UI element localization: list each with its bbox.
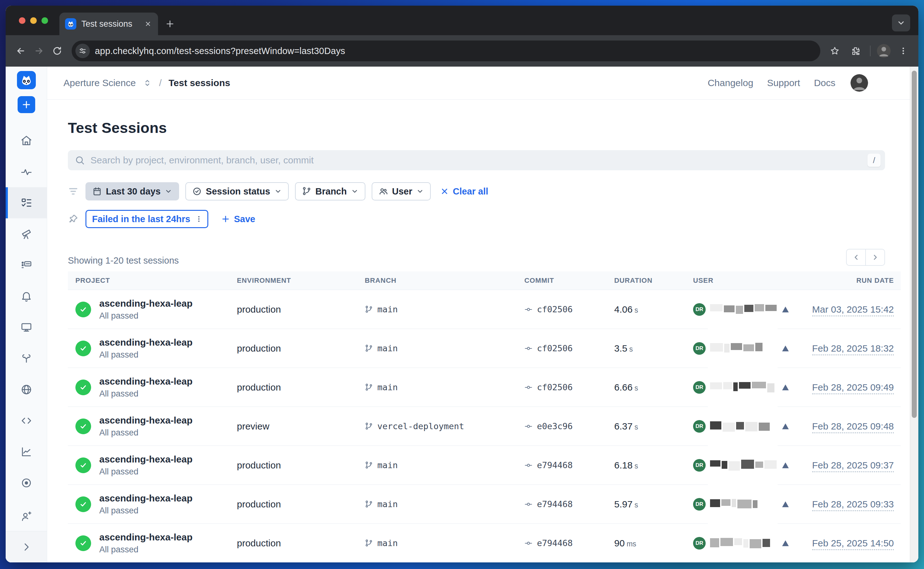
- run-date-link[interactable]: Feb 28, 2025 09:48: [812, 421, 894, 433]
- pin-icon[interactable]: [68, 214, 79, 224]
- filter-lines-icon: [68, 186, 79, 197]
- browser-tab[interactable]: Test sessions: [59, 12, 158, 35]
- forward-button[interactable]: [31, 43, 47, 59]
- project-name: ascending-hexa-leap: [99, 298, 193, 309]
- page-scrollbar[interactable]: [910, 67, 918, 562]
- expand-sidebar-chevron[interactable]: [6, 531, 47, 562]
- content: Test Sessions / Last 30 days: [47, 100, 918, 562]
- save-filter-button[interactable]: Save: [221, 214, 255, 224]
- extensions-puzzle-icon[interactable]: [847, 43, 864, 59]
- create-new-button[interactable]: [18, 96, 35, 113]
- docs-link[interactable]: Docs: [814, 78, 836, 88]
- breadcrumb: Aperture Science / Test sessions: [64, 78, 230, 88]
- table-row[interactable]: ascending-hexa-leapAll passedproductionm…: [68, 290, 901, 329]
- user-filter-button[interactable]: User: [372, 182, 431, 201]
- support-link[interactable]: Support: [767, 78, 800, 88]
- vercel-triangle-icon: [781, 422, 790, 431]
- sidebar-item-maintenance[interactable]: [6, 343, 47, 374]
- vercel-triangle-icon: [781, 344, 790, 353]
- project-name: ascending-hexa-leap: [99, 415, 193, 426]
- commit-hash: cf02506: [537, 382, 573, 392]
- duration-unit: s: [634, 462, 638, 470]
- duration-unit: s: [634, 384, 638, 393]
- browser-menu-kebab-icon[interactable]: [895, 43, 912, 59]
- zoom-window-button[interactable]: [41, 17, 48, 24]
- redacted-user-name: [710, 499, 777, 510]
- traffic-lights: [19, 17, 48, 24]
- search-shortcut-key: /: [868, 154, 881, 167]
- run-date-link[interactable]: Feb 28, 2025 09:37: [812, 460, 894, 472]
- check-circle-icon: [192, 187, 202, 196]
- saved-filter-kebab-icon[interactable]: [195, 215, 203, 223]
- browser-profile-avatar[interactable]: [877, 44, 891, 58]
- sidebar-item-dashboards-chart[interactable]: [6, 436, 47, 467]
- sidebar-item-checks[interactable]: [6, 250, 47, 281]
- run-date-link[interactable]: Feb 28, 2025 09:49: [812, 382, 894, 394]
- sidebar-item-telescope[interactable]: [6, 218, 47, 250]
- session-status-text: All passed: [99, 428, 193, 438]
- user-avatar[interactable]: [851, 74, 868, 92]
- chevrons-up-down-icon[interactable]: [143, 78, 152, 88]
- saved-filter-chip[interactable]: Failed in the last 24hrs: [85, 210, 208, 228]
- run-date-link[interactable]: Feb 28, 2025 09:33: [812, 499, 894, 511]
- previous-page-button[interactable]: [846, 249, 866, 266]
- sidebar-item-activity[interactable]: [6, 156, 47, 187]
- branch-filter-button[interactable]: Branch: [295, 182, 365, 201]
- address-bar[interactable]: app.checklyhq.com/test-sessions?presetWi…: [71, 41, 820, 61]
- redacted-user-name: [710, 382, 777, 393]
- sidebar-item-cli-code[interactable]: [6, 405, 47, 436]
- session-status-filter-button[interactable]: Session status: [185, 182, 289, 201]
- bookmark-star-icon[interactable]: [827, 43, 843, 59]
- status-passed-icon: [75, 341, 91, 356]
- next-page-button[interactable]: [866, 249, 885, 266]
- redacted-user-name: [710, 459, 777, 471]
- date-range-filter-button[interactable]: Last 30 days: [85, 182, 179, 201]
- close-window-button[interactable]: [19, 17, 26, 24]
- git-branch-icon: [365, 422, 373, 431]
- main-panel: Aperture Science / Test sessions Changel…: [47, 67, 918, 562]
- search-bar[interactable]: /: [68, 150, 885, 170]
- environment-value: production: [237, 460, 365, 471]
- tab-close-icon[interactable]: [144, 20, 152, 28]
- scrollbar-thumb[interactable]: [912, 71, 917, 418]
- run-date-link[interactable]: Mar 03, 2025 15:42: [812, 304, 894, 316]
- git-branch-icon: [365, 461, 373, 469]
- team-selector[interactable]: Aperture Science: [64, 78, 136, 88]
- sidebar-item-alerts-bell[interactable]: [6, 281, 47, 312]
- sidebar-item-status-pages[interactable]: [6, 312, 47, 343]
- session-status-text: All passed: [99, 350, 193, 360]
- commit-hash: e794468: [537, 460, 573, 470]
- user-initials-avatar: DR: [693, 303, 706, 316]
- branch-value: main: [377, 538, 398, 548]
- clear-all-filters-button[interactable]: Clear all: [440, 186, 488, 197]
- sidebar-nav: [6, 125, 47, 498]
- reload-button[interactable]: [49, 43, 65, 59]
- git-branch-icon: [365, 383, 373, 391]
- tab-search-chevron-button[interactable]: [892, 14, 910, 31]
- checkly-raccoon-logo[interactable]: [17, 71, 36, 89]
- sidebar-item-test-sessions[interactable]: [6, 187, 47, 218]
- back-button[interactable]: [12, 43, 29, 59]
- git-branch-icon: [365, 306, 373, 313]
- site-settings-icon[interactable]: [75, 44, 90, 58]
- minimize-window-button[interactable]: [30, 17, 37, 24]
- column-run-date: RUN DATE: [809, 277, 894, 284]
- sidebar-item-private-locations-globe[interactable]: [6, 374, 47, 405]
- status-passed-icon: [75, 302, 91, 317]
- git-commit-icon: [524, 383, 532, 391]
- search-input[interactable]: [91, 155, 862, 166]
- new-tab-button[interactable]: [165, 19, 175, 29]
- sidebar-item-target[interactable]: [6, 467, 47, 498]
- invite-user-icon[interactable]: [6, 502, 47, 531]
- changelog-link[interactable]: Changelog: [708, 78, 753, 88]
- git-commit-icon: [524, 500, 532, 508]
- sidebar-item-home[interactable]: [6, 125, 47, 156]
- run-date-link[interactable]: Feb 28, 2025 18:32: [812, 343, 894, 355]
- git-commit-icon: [524, 461, 532, 469]
- branch-value: main: [377, 499, 398, 509]
- session-status-text: All passed: [99, 467, 193, 477]
- branch-value: vercel-deployment: [377, 421, 464, 431]
- run-date-link[interactable]: Feb 25, 2025 14:50: [812, 538, 894, 550]
- duration-value: 6.37: [614, 421, 632, 432]
- column-project: PROJECT: [75, 277, 237, 284]
